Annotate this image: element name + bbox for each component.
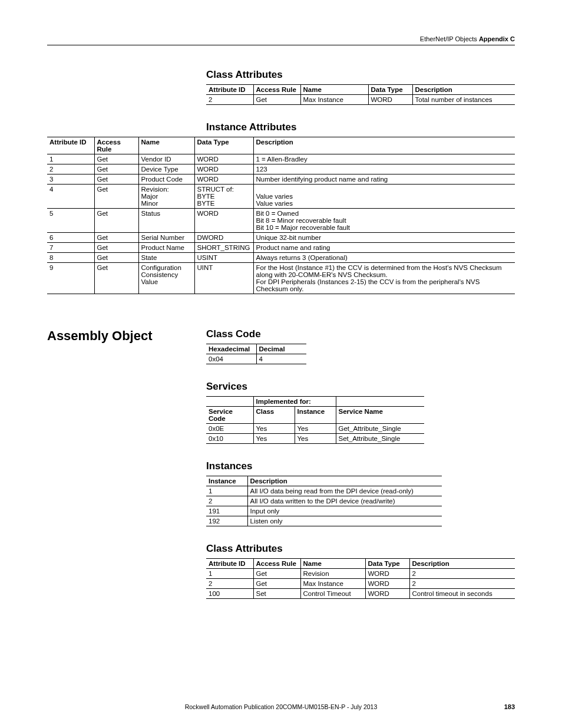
- table-row: 1GetVendor IDWORD1 = Allen-Bradley: [47, 154, 515, 164]
- table-row: 3GetProduct CodeWORDNumber identifying p…: [47, 174, 515, 185]
- page-footer: Rockwell Automation Publication 20COMM-U…: [47, 703, 515, 710]
- table-row: 7GetProduct NameSHORT_STRINGProduct name…: [47, 243, 515, 253]
- table-row: 1All I/O data being read from the DPI de…: [206, 486, 442, 496]
- table-row: 2 Get Max Instance WORD Total number of …: [206, 95, 515, 105]
- class-attributes-table-2: Attribute ID Access Rule Name Data Type …: [206, 558, 515, 599]
- instance-attributes-table: Attribute ID Access Rule Name Data Type …: [47, 137, 515, 294]
- page-container: EtherNet/IP Objects Appendix C Class Att…: [0, 0, 562, 728]
- instance-attr-title: Instance Attributes: [206, 121, 515, 133]
- services-table: Implemented for: Service Code Class Inst…: [206, 396, 424, 444]
- table-row: 6GetSerial NumberDWORDUnique 32-bit numb…: [47, 233, 515, 243]
- table-row: 100SetControl TimeoutWORDControl timeout…: [206, 589, 515, 599]
- table-row: 191Input only: [206, 506, 442, 516]
- class-code-table: Hexadecimal Decimal 0x04 4: [206, 344, 306, 364]
- table-row: 2All I/O data written to the DPI device …: [206, 496, 442, 506]
- services-title: Services: [206, 381, 515, 393]
- table-row: 8GetStateUSINTAlways returns 3 (Operatio…: [47, 253, 515, 263]
- assembly-object-heading: Assembly Object: [47, 328, 206, 344]
- class-attr-title-1: Class Attributes: [206, 69, 515, 81]
- table-row: 192Listen only: [206, 516, 442, 526]
- table-row: 1GetRevisionWORD2: [206, 569, 515, 579]
- table-row: 2GetMax InstanceWORD2: [206, 579, 515, 589]
- table-row: 4GetRevision: Major MinorSTRUCT of: BYTE…: [47, 185, 515, 209]
- content-grid-2: Assembly Object Class Code Hexadecimal D…: [47, 328, 515, 615]
- content-grid-1: Class Attributes Attribute ID Access Rul…: [47, 69, 515, 137]
- table-row: 9GetConfiguration Consistency ValueUINTF…: [47, 263, 515, 294]
- class-code-title: Class Code: [206, 328, 515, 340]
- table-row: 5GetStatusWORDBit 0 = Owned Bit 8 = Mino…: [47, 209, 515, 233]
- table-row: 0x04 4: [206, 354, 306, 364]
- header-topic: EtherNet/IP Objects: [420, 35, 477, 42]
- class-attributes-table-1: Attribute ID Access Rule Name Data Type …: [206, 84, 515, 105]
- instances-table: Instance Description 1All I/O data being…: [206, 476, 442, 526]
- header-appendix: Appendix C: [479, 35, 515, 42]
- footer-publication: Rockwell Automation Publication 20COMM-U…: [47, 703, 515, 710]
- page-header: EtherNet/IP Objects Appendix C: [47, 35, 515, 45]
- class-attr-title-2: Class Attributes: [206, 543, 515, 555]
- table-row: 0x10 Yes Yes Set_Attribute_Single: [206, 434, 424, 444]
- table-row: 2GetDevice TypeWORD123: [47, 164, 515, 174]
- instances-title: Instances: [206, 460, 515, 472]
- table-row: 0x0E Yes Yes Get_Attribute_Single: [206, 424, 424, 434]
